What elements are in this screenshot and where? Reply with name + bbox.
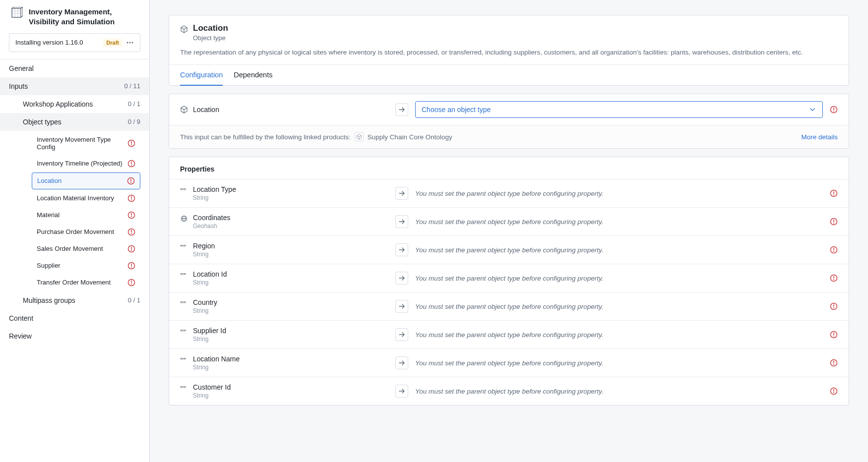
error-icon	[127, 279, 135, 287]
sidebar: Inventory Management, Visibility and Sim…	[0, 0, 150, 462]
nav-label: Inputs	[9, 82, 124, 90]
object-type-select[interactable]: Choose an object type	[415, 101, 823, 118]
version-text: Installing version 1.16.0	[15, 39, 99, 46]
string-icon	[180, 356, 188, 364]
properties-list: Location Type String You must set the pa…	[169, 179, 849, 405]
caret-down-icon	[808, 106, 816, 114]
arrow-button[interactable]	[395, 272, 408, 285]
linked-products-row: This input can be fulfilled by the follo…	[169, 125, 849, 148]
object-type-icon	[180, 25, 188, 33]
error-icon	[127, 228, 135, 236]
error-icon	[127, 262, 135, 270]
version-selector[interactable]: Installing version 1.16.0 Draft	[9, 33, 140, 52]
string-icon	[180, 384, 188, 392]
linked-product-icon	[355, 132, 364, 141]
nav-label: Review	[9, 332, 140, 340]
object-type-item[interactable]: Location	[32, 173, 140, 189]
property-row: Location Id String You must set the pare…	[169, 264, 849, 292]
property-name: Coordinates	[193, 214, 231, 222]
error-icon	[127, 194, 135, 202]
property-message: You must set the parent object type befo…	[415, 388, 823, 395]
properties-header: Properties	[169, 157, 849, 179]
object-type-label: Location	[37, 177, 127, 184]
object-type-item[interactable]: Location Material Inventory	[32, 190, 140, 206]
error-icon	[127, 177, 135, 185]
object-type-label: Inventory Timeline (Projected)	[37, 160, 127, 167]
error-icon	[830, 359, 838, 367]
property-row: Customer Id String You must set the pare…	[169, 377, 849, 405]
object-type-item[interactable]: Sales Order Movement	[32, 241, 140, 257]
object-type-item[interactable]: Inventory Timeline (Projected)	[32, 156, 140, 172]
property-row: Region String You must set the parent ob…	[169, 235, 849, 264]
nav-multipass-groups[interactable]: Multipass groups 0 / 1	[0, 291, 149, 309]
error-icon	[127, 245, 135, 253]
arrow-button[interactable]	[395, 385, 408, 398]
property-message: You must set the parent object type befo…	[415, 246, 823, 254]
object-type-item[interactable]: Transfer Order Movement	[32, 275, 140, 290]
tab-dependents[interactable]: Dependents	[234, 65, 272, 86]
error-icon	[127, 139, 135, 147]
error-icon	[830, 218, 838, 226]
nav-workshop-applications[interactable]: Workshop Applications 0 / 1	[0, 95, 149, 113]
header-card: Location Object type The representation …	[169, 15, 849, 86]
nav-label: Multipass groups	[23, 296, 128, 304]
object-type-label: Location Material Inventory	[37, 194, 127, 202]
object-type-label: Transfer Order Movement	[37, 279, 127, 286]
nav-inputs[interactable]: Inputs 0 / 11	[0, 77, 149, 95]
arrow-button[interactable]	[395, 243, 408, 256]
mapping-card: Location Choose an object type This inpu…	[169, 94, 849, 149]
arrow-button[interactable]	[395, 215, 408, 228]
page-subtitle: Object type	[193, 34, 228, 42]
nav-count: 0 / 1	[128, 296, 140, 304]
object-types-tree: Inventory Movement Type Config Inventory…	[0, 131, 149, 291]
nav-count: 0 / 1	[128, 100, 140, 108]
object-type-item[interactable]: Purchase Order Movement	[32, 224, 140, 240]
linked-product-name: Supply Chain Core Ontology	[368, 133, 452, 141]
property-name: Region	[193, 242, 215, 250]
string-icon	[180, 299, 188, 307]
nav-label: Content	[9, 314, 140, 322]
more-icon[interactable]	[126, 39, 134, 47]
nav-review[interactable]: Review	[0, 327, 149, 345]
property-type: String	[193, 336, 226, 343]
nav-count: 0 / 11	[124, 82, 140, 90]
property-message: You must set the parent object type befo…	[415, 190, 823, 197]
nav-label: Workshop Applications	[23, 100, 128, 108]
error-icon	[830, 331, 838, 339]
object-type-item[interactable]: Inventory Movement Type Config	[32, 132, 140, 155]
arrow-button[interactable]	[395, 103, 408, 116]
tab-configuration[interactable]: Configuration	[180, 65, 223, 86]
arrow-button[interactable]	[395, 328, 408, 341]
property-row: Location Type String You must set the pa…	[169, 179, 849, 207]
property-type: Geohash	[193, 223, 231, 230]
object-type-item[interactable]: Supplier	[32, 258, 140, 274]
error-icon	[830, 106, 838, 114]
nav-general[interactable]: General	[0, 59, 149, 77]
mapping-row: Location Choose an object type	[169, 94, 849, 125]
object-type-item[interactable]: Material	[32, 207, 140, 223]
nav-content[interactable]: Content	[0, 309, 149, 327]
property-message: You must set the parent object type befo…	[415, 303, 823, 310]
property-type: String	[193, 194, 236, 201]
object-type-label: Inventory Movement Type Config	[37, 136, 127, 151]
string-icon	[180, 328, 188, 336]
error-icon	[830, 302, 838, 310]
page-title: Location	[193, 23, 228, 33]
mapping-source-label: Location	[193, 106, 219, 114]
nav-label: Object types	[23, 118, 128, 126]
property-type: String	[193, 279, 227, 286]
error-icon	[127, 211, 135, 219]
arrow-button[interactable]	[395, 356, 408, 369]
property-name: Supplier Id	[193, 327, 226, 335]
property-type: String	[193, 307, 217, 314]
more-details-link[interactable]: More details	[801, 133, 838, 141]
nav-object-types[interactable]: Object types 0 / 9	[0, 113, 149, 131]
arrow-button[interactable]	[395, 300, 408, 313]
nav-count: 0 / 9	[128, 118, 140, 125]
main-panel: Location Object type The representation …	[150, 0, 868, 462]
property-row: Country String You must set the parent o…	[169, 292, 849, 320]
property-message: You must set the parent object type befo…	[415, 218, 823, 226]
error-icon	[830, 246, 838, 254]
arrow-button[interactable]	[395, 187, 408, 200]
property-type: String	[193, 364, 240, 371]
